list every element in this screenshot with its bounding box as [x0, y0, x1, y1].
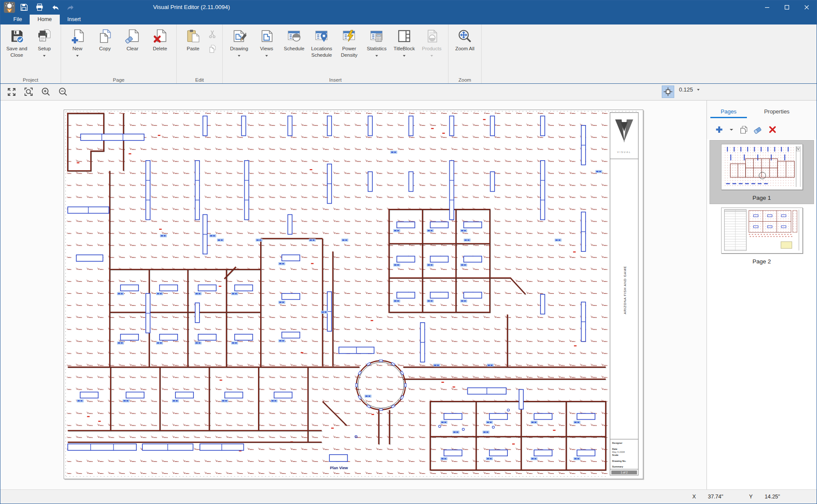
button-label: Save andClose	[6, 46, 28, 58]
power-density-button[interactable]: PowerDensity	[335, 26, 363, 59]
locations-icon	[314, 29, 329, 43]
views-button[interactable]: Views	[253, 26, 280, 59]
titleblock-icon	[397, 29, 412, 43]
zoom-all-icon	[458, 29, 472, 43]
edit-small-buttons	[208, 30, 218, 55]
tab-file[interactable]: File	[6, 15, 30, 24]
page-thumbnail-page-2[interactable]: Page 2	[710, 204, 814, 267]
products-icon	[424, 29, 439, 43]
window-title: Visual Print Editor (2.11.0094)	[153, 0, 230, 14]
tab-home[interactable]: Home	[30, 15, 59, 24]
clear-button[interactable]: Clear	[119, 26, 146, 53]
button-label: Copy	[99, 46, 111, 52]
chevron-down-icon	[375, 55, 378, 57]
svg-text:VISUAL: VISUAL	[617, 151, 631, 153]
svg-text:ARIZONA FISH AND GAME: ARIZONA FISH AND GAME	[623, 266, 627, 314]
redo-icon[interactable]	[66, 3, 75, 12]
page-thumbnail-page-1[interactable]: Page 1	[710, 140, 814, 204]
save-and-close-button[interactable]: Save andClose	[3, 26, 31, 59]
locations-schedule-button[interactable]: LocationsSchedule	[308, 26, 335, 59]
zoom-all-button[interactable]: Zoom All	[451, 26, 479, 53]
pages-toolbar	[707, 120, 817, 139]
page-label: Page 1	[710, 195, 814, 201]
panel-tab-pages[interactable]: Pages	[718, 105, 739, 118]
window-controls	[757, 0, 817, 14]
delete-icon	[153, 29, 167, 43]
panel-tab-properties[interactable]: Properties	[762, 105, 792, 118]
add-page-icon[interactable]	[714, 124, 725, 135]
drawing-button[interactable]: Drawing	[225, 26, 253, 59]
statistics-button[interactable]: Statistics	[363, 26, 390, 59]
minimize-icon[interactable]	[757, 0, 777, 14]
plan-page[interactable]: Plan ViewVISUALARIZONA FISH AND GAMEDesi…	[64, 110, 643, 479]
ribbon-group-label: Project	[0, 77, 61, 82]
canvas-toolbar: 0.125	[0, 84, 817, 101]
add-page-dropdown-icon[interactable]	[728, 124, 734, 135]
delete-page-icon[interactable]	[767, 124, 778, 135]
setup-icon	[37, 29, 52, 43]
thumbnail-image	[721, 208, 803, 254]
status-bar: X 37.74" Y 14.25"	[0, 489, 817, 504]
y-label: Y	[749, 494, 752, 500]
copy-button[interactable]: Copy	[91, 26, 119, 53]
main-area: Plan ViewVISUALARIZONA FISH AND GAMEDesi…	[0, 101, 817, 489]
schedule-button[interactable]: Schedule	[280, 26, 308, 53]
views-icon	[259, 29, 274, 43]
zoom-window-icon[interactable]	[23, 86, 35, 98]
quick-access-toolbar	[19, 3, 75, 12]
print-icon[interactable]	[35, 3, 44, 12]
close-icon[interactable]	[797, 0, 817, 14]
clear-icon	[125, 29, 140, 43]
copy-icon	[98, 29, 112, 43]
duplicate-page-icon[interactable]	[738, 124, 749, 135]
button-label: Zoom All	[455, 46, 475, 52]
chevron-down-icon	[403, 55, 405, 57]
scale-dropdown[interactable]: 0.125	[679, 86, 700, 93]
ribbon-group-label: Insert	[223, 77, 448, 82]
app-icon	[4, 2, 15, 13]
delete-button[interactable]: Delete	[146, 26, 174, 53]
svg-text:1 of 2: 1 of 2	[620, 471, 628, 474]
button-label: Schedule	[284, 46, 304, 52]
ribbon-group-page: NewCopyClearDeletePage	[61, 24, 177, 83]
drawing-canvas[interactable]: Plan ViewVISUALARIZONA FISH AND GAMEDesi…	[0, 101, 706, 489]
products-button: Products	[418, 26, 445, 59]
button-label: Delete	[153, 46, 167, 52]
y-value: 14.25"	[765, 494, 780, 500]
tab-insert[interactable]: Insert	[60, 15, 89, 24]
snap-grid-icon[interactable]	[662, 86, 674, 98]
button-label: PowerDensity	[341, 46, 357, 58]
save-icon[interactable]	[19, 3, 29, 12]
maximize-icon[interactable]	[777, 0, 797, 14]
copy-small-button	[208, 44, 218, 55]
svg-text:Drawing No.: Drawing No.	[612, 460, 627, 462]
chevron-down-icon	[238, 55, 240, 57]
zoom-extents-icon[interactable]	[6, 86, 18, 98]
pages-list: Page 1Page 2	[707, 139, 817, 489]
zoom-out-icon[interactable]	[57, 86, 69, 98]
ribbon-group-zoom: Zoom AllZoom	[448, 24, 482, 83]
chevron-down-icon	[265, 55, 268, 57]
panel-tabs: PagesProperties	[707, 101, 817, 120]
ribbon-group-insert: DrawingViewsScheduleLocationsSchedulePow…	[223, 24, 448, 83]
button-label: Paste	[187, 46, 199, 52]
x-label: X	[692, 494, 696, 500]
clear-page-icon[interactable]	[752, 124, 764, 135]
ribbon-group-project: Save andCloseSetupProject	[0, 24, 61, 83]
button-label: Clear	[126, 46, 138, 52]
zoom-in-icon[interactable]	[40, 86, 52, 98]
new-button[interactable]: New	[64, 26, 91, 59]
power-icon	[342, 29, 356, 43]
undo-icon[interactable]	[50, 3, 60, 12]
setup-button[interactable]: Setup	[31, 26, 58, 59]
paste-button[interactable]: Paste	[179, 26, 207, 53]
button-label: Statistics	[367, 46, 387, 58]
chevron-down-icon	[697, 89, 700, 91]
button-label: Products	[422, 46, 441, 58]
button-label: Setup	[38, 46, 51, 58]
titleblock-button[interactable]: TitleBlock	[390, 26, 418, 59]
chevron-down-icon	[43, 55, 46, 57]
button-label: New	[72, 46, 82, 58]
svg-text:Designer: Designer	[612, 442, 623, 444]
x-value: 37.74"	[708, 494, 723, 500]
